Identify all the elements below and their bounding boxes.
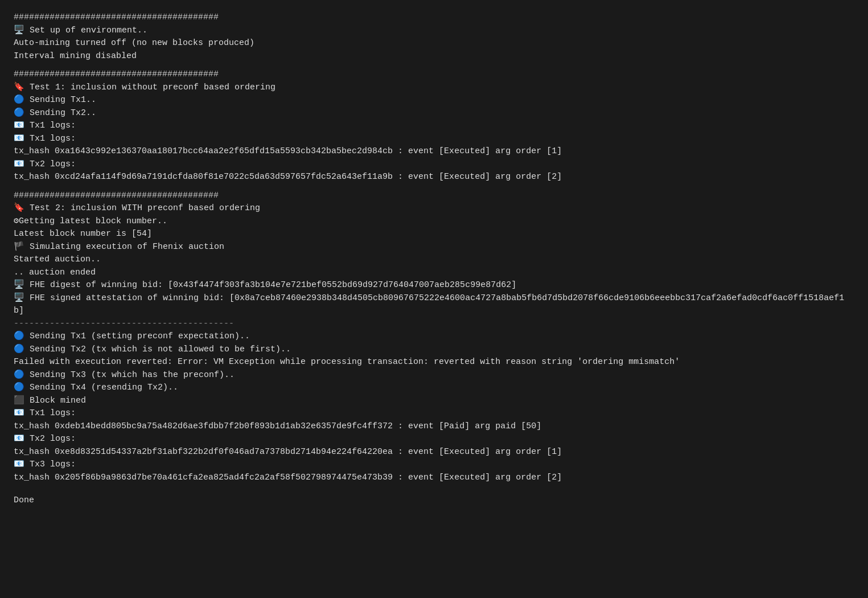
terminal-line-latest: Latest block number is [54] <box>14 228 854 241</box>
terminal-line-fhesigned: 🖥️ FHE signed attestation of winning bid… <box>14 292 854 318</box>
terminal-line-txhash2exec: tx_hash 0xe8d83251d54337a2bf31abf322b2df… <box>14 446 854 459</box>
terminal-line-tx1logs2: 📧 Tx1 logs: <box>14 133 854 146</box>
terminal-output: ########################################… <box>14 11 854 507</box>
terminal-line-hash1: ######################################## <box>14 11 854 24</box>
terminal-line-tx1logs3: 📧 Tx1 logs: <box>14 407 854 420</box>
terminal-line-auctionended: .. auction ended <box>14 267 854 280</box>
terminal-line-tx1hash: tx_hash 0xa1643c992e136370aa18017bcc64aa… <box>14 145 854 158</box>
terminal-line-failed: Failed with execution reverted: Error: V… <box>14 356 854 369</box>
terminal-line-started: Started auction.. <box>14 253 854 267</box>
terminal-line-blockmined: ⬛ Block mined <box>14 395 854 408</box>
terminal-line-hash2: ######################################## <box>14 68 854 81</box>
terminal-line-send1: 🔵 Sending Tx1.. <box>14 94 854 107</box>
spacer-line <box>14 484 854 490</box>
terminal-line-sendtx4: 🔵 Sending Tx4 (resending Tx2).. <box>14 382 854 395</box>
terminal-line-simulating: 🏴 Simulating execution of Fhenix auction <box>14 241 854 254</box>
terminal-line-tx3logs: 📧 Tx3 logs: <box>14 458 854 472</box>
terminal-line-tx2hash: tx_hash 0xcd24afa114f9d69a7191dcfda80f81… <box>14 171 854 184</box>
terminal-line-sendtx1pre: 🔵 Sending Tx1 (setting preconf expectati… <box>14 330 854 343</box>
terminal-line-done: Done <box>14 494 854 507</box>
terminal-line-setup: 🖥️ Set up of environment.. <box>14 24 854 38</box>
terminal-line-sendtx3: 🔵 Sending Tx3 (tx which has the preconf)… <box>14 369 854 382</box>
terminal-line-separator: ----------------------------------------… <box>14 318 854 331</box>
terminal-line-hash3: ######################################## <box>14 190 854 203</box>
terminal-line-tx2logs: 📧 Tx2 logs: <box>14 158 854 171</box>
terminal-line-fhedigest: 🖥️ FHE digest of winning bid: [0x43f4474… <box>14 279 854 292</box>
terminal-line-send2: 🔵 Sending Tx2.. <box>14 107 854 120</box>
terminal-line-tx1logs1: 📧 Tx1 logs: <box>14 120 854 133</box>
terminal-line-test2: 🔖 Test 2: inclusion WITH preconf based o… <box>14 202 854 215</box>
terminal-line-tx2logs2: 📧 Tx2 logs: <box>14 433 854 446</box>
terminal-line-interval: Interval mining disabled <box>14 50 854 63</box>
terminal-line-sendtx2not: 🔵 Sending Tx2 (tx which is not allowed t… <box>14 343 854 357</box>
spacer-line <box>14 184 854 190</box>
terminal-line-automining: Auto-mining turned off (no new blocks pr… <box>14 37 854 50</box>
terminal-line-test1: 🔖 Test 1: inclusion without preconf base… <box>14 81 854 95</box>
terminal-line-blocknum: ⚙️Getting latest block number.. <box>14 215 854 228</box>
spacer-line <box>14 63 854 68</box>
terminal-line-txhash1paid: tx_hash 0xdeb14bedd805bc9a75a482d6ae3fdb… <box>14 420 854 433</box>
terminal-line-txhash3exec: tx_hash 0x205f86b9a9863d7be70a461cfa2ea8… <box>14 472 854 485</box>
